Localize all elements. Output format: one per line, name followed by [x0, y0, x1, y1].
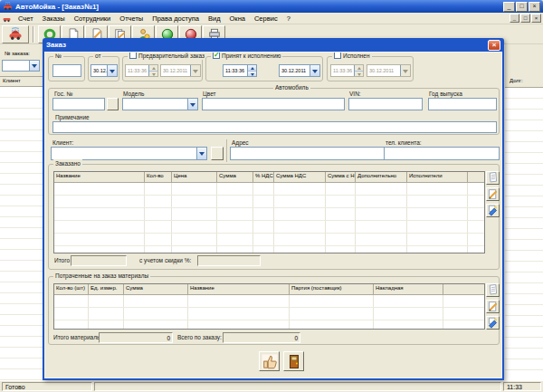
- client-list-row[interactable]: [0, 141, 43, 152]
- client-list-row[interactable]: [0, 228, 43, 239]
- accepted-date-combo[interactable]: 30.12.2011: [279, 64, 320, 77]
- menu-item[interactable]: ?: [282, 14, 295, 23]
- client-list-row[interactable]: [0, 174, 43, 185]
- column-header[interactable]: Сумма: [217, 172, 253, 182]
- table-row[interactable]: [54, 208, 484, 221]
- client-list-row[interactable]: [0, 304, 43, 315]
- close-order-button[interactable]: [283, 351, 304, 371]
- client-list-row[interactable]: [0, 163, 43, 174]
- menu-item[interactable]: Сервис: [250, 14, 282, 23]
- accepted-time-input[interactable]: 11:33:36: [223, 64, 257, 77]
- done-checkbox[interactable]: [334, 52, 341, 59]
- chevron-down-icon[interactable]: [310, 65, 319, 76]
- client-list-row[interactable]: [0, 152, 43, 163]
- delete-row-button[interactable]: [486, 204, 500, 217]
- menu-item[interactable]: Права доступа: [148, 14, 204, 23]
- chevron-down-icon[interactable]: [107, 65, 117, 76]
- menu-item[interactable]: Сотрудники: [70, 14, 116, 23]
- edit-row-button[interactable]: [486, 187, 500, 201]
- chevron-down-icon[interactable]: [187, 99, 197, 110]
- car-wash-button[interactable]: [2, 25, 29, 43]
- preliminary-time-input[interactable]: 11:33:36: [125, 64, 158, 77]
- done-time-input[interactable]: 11:33:36: [330, 64, 364, 77]
- accepted-checkbox[interactable]: [213, 52, 220, 59]
- client-list-row[interactable]: [0, 337, 43, 348]
- column-header[interactable]: Сумма НДС: [274, 172, 326, 182]
- column-header[interactable]: Название: [188, 284, 290, 294]
- child-minimize-button[interactable]: [510, 14, 519, 23]
- client-list-row[interactable]: [0, 261, 43, 272]
- table-row[interactable]: [54, 234, 484, 246]
- car-lookup-button[interactable]: [107, 98, 119, 110]
- table-row[interactable]: [54, 221, 484, 234]
- chevron-down-icon[interactable]: [29, 61, 39, 71]
- client-list-row[interactable]: [0, 87, 43, 98]
- column-header[interactable]: Партия (поставщик): [290, 284, 374, 294]
- child-restore-button[interactable]: [520, 14, 530, 23]
- client-list-row[interactable]: [0, 239, 43, 250]
- client-list-row[interactable]: [0, 109, 43, 120]
- model-combo[interactable]: [122, 98, 198, 110]
- table-row[interactable]: [54, 246, 484, 253]
- table-row[interactable]: [54, 183, 484, 196]
- chevron-down-icon[interactable]: [190, 65, 200, 76]
- spinner-icon[interactable]: [247, 65, 256, 76]
- column-header[interactable]: Сумма с Н: [326, 172, 356, 182]
- spinner-icon[interactable]: [354, 65, 363, 76]
- column-header[interactable]: Сумма: [124, 284, 188, 294]
- year-input[interactable]: [428, 98, 497, 110]
- table-row[interactable]: [54, 320, 484, 330]
- client-list-row[interactable]: [0, 369, 43, 380]
- child-close-button[interactable]: [531, 14, 541, 23]
- menu-item[interactable]: Отчеты: [115, 14, 148, 23]
- client-combo[interactable]: [51, 147, 207, 160]
- delete-row-button[interactable]: [486, 316, 500, 330]
- save-order-button[interactable]: [259, 351, 280, 371]
- done-date-combo[interactable]: 30.12.2011: [367, 64, 411, 77]
- client-phone-input[interactable]: [384, 147, 500, 160]
- minimize-button[interactable]: [503, 2, 515, 12]
- chevron-down-icon[interactable]: [196, 148, 206, 159]
- client-list-row[interactable]: [0, 130, 43, 141]
- table-row[interactable]: [54, 295, 484, 308]
- client-list-row[interactable]: [0, 326, 43, 337]
- client-list-row[interactable]: [0, 98, 43, 109]
- vin-input[interactable]: [348, 98, 423, 110]
- client-list-row[interactable]: [0, 293, 43, 304]
- column-header[interactable]: Кол-во: [145, 172, 172, 182]
- menu-item[interactable]: Заказы: [38, 14, 70, 23]
- client-list-row[interactable]: [0, 185, 43, 196]
- preliminary-date-combo[interactable]: 30.12.2011: [160, 64, 201, 77]
- client-list-row[interactable]: [0, 217, 43, 228]
- chevron-down-icon[interactable]: [400, 65, 410, 76]
- note-input[interactable]: [52, 121, 497, 133]
- edit-row-button[interactable]: [486, 300, 500, 313]
- menu-item[interactable]: Счет: [14, 14, 38, 23]
- order-number-input[interactable]: [52, 64, 81, 77]
- client-list-row[interactable]: [0, 282, 43, 293]
- maximize-button[interactable]: [516, 2, 528, 12]
- clients-grid-header[interactable]: Клиент: [0, 77, 43, 87]
- client-list-row[interactable]: [0, 196, 43, 206]
- client-list-row[interactable]: [0, 120, 43, 130]
- client-list-row[interactable]: [0, 250, 43, 261]
- color-input[interactable]: [202, 98, 345, 110]
- client-list-row[interactable]: [0, 348, 43, 359]
- menu-item[interactable]: Вид: [204, 14, 225, 23]
- order-filter-combo[interactable]: [2, 60, 40, 72]
- order-date-combo[interactable]: 30.12.2011: [90, 64, 118, 77]
- column-header[interactable]: Название: [54, 172, 145, 182]
- close-button[interactable]: [529, 2, 540, 12]
- column-header[interactable]: Исполнители: [407, 172, 468, 182]
- client-list-row[interactable]: [0, 359, 43, 369]
- column-header[interactable]: Накладная: [374, 284, 443, 294]
- column-header[interactable]: % НДС: [253, 172, 274, 182]
- menu-item[interactable]: Окна: [225, 14, 250, 23]
- add-row-button[interactable]: [486, 283, 500, 297]
- dialog-close-button[interactable]: [488, 40, 500, 51]
- gos-number-input[interactable]: [52, 98, 105, 110]
- table-row[interactable]: [54, 196, 484, 208]
- table-row[interactable]: [54, 308, 484, 320]
- column-header[interactable]: Цена: [172, 172, 217, 182]
- client-lookup-button[interactable]: [211, 147, 224, 160]
